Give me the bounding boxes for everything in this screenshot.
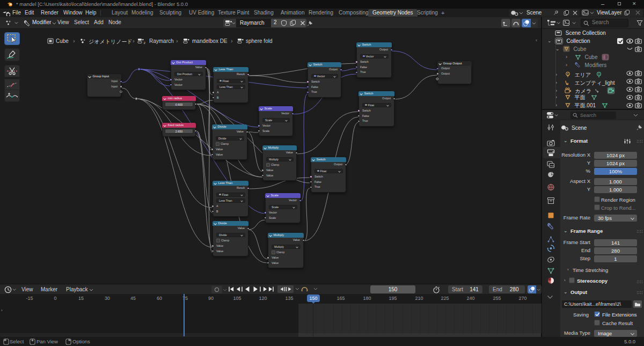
svg-text:2: 2 [144,41,146,45]
